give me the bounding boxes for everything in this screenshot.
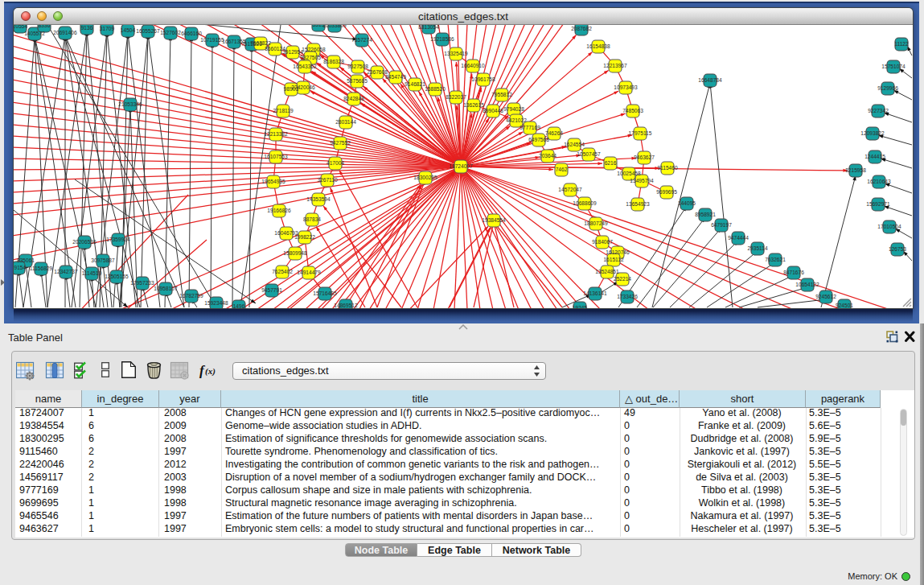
- svg-text:7357274: 7357274: [351, 37, 372, 43]
- svg-text:17359924: 17359924: [106, 237, 130, 242]
- svg-text:11122: 11122: [894, 41, 909, 47]
- svg-text:1733426: 1733426: [617, 294, 638, 299]
- svg-text:9474444: 9474444: [728, 235, 749, 241]
- svg-text:2087682: 2087682: [571, 26, 592, 31]
- svg-text:16648784: 16648784: [698, 77, 722, 83]
- svg-text:15751074: 15751074: [881, 64, 906, 69]
- svg-text:20206536: 20206536: [72, 239, 97, 245]
- svg-text:8322037: 8322037: [446, 94, 466, 100]
- svg-text:9427552: 9427552: [330, 140, 351, 146]
- svg-text:20691406: 20691406: [53, 30, 77, 35]
- svg-text:20554: 20554: [14, 25, 27, 29]
- svg-text:203644: 203644: [539, 153, 556, 159]
- svg-text:6466160: 6466160: [181, 31, 202, 36]
- svg-text:9184067: 9184067: [592, 239, 613, 245]
- svg-text:1615112: 1615112: [603, 257, 624, 262]
- svg-text:16210643: 16210643: [867, 179, 891, 184]
- svg-text:15226058: 15226058: [302, 47, 326, 52]
- svg-text:14572047: 14572047: [558, 187, 582, 192]
- svg-text:1244415: 1244415: [864, 154, 885, 159]
- svg-text:252214: 252214: [614, 276, 631, 282]
- svg-text:8336: 8336: [39, 25, 51, 28]
- svg-text:4421022: 4421022: [506, 117, 527, 123]
- svg-text:5875685: 5875685: [347, 78, 368, 84]
- svg-text:18300295: 18300295: [413, 175, 437, 180]
- svg-text:126753: 126753: [889, 246, 906, 252]
- svg-text:1496: 1496: [233, 303, 245, 308]
- svg-text:15923448: 15923448: [204, 300, 228, 306]
- svg-text:10719155: 10719155: [200, 37, 224, 43]
- svg-text:9777169: 9777169: [519, 125, 540, 130]
- svg-text:9115460: 9115460: [657, 165, 678, 171]
- svg-text:7625402: 7625402: [272, 269, 293, 274]
- svg-text:9457791: 9457791: [261, 287, 282, 293]
- svg-text:19245: 19245: [573, 305, 588, 308]
- svg-text:15716485: 15716485: [313, 290, 337, 296]
- svg-text:7632621: 7632621: [765, 257, 786, 262]
- svg-text:12093822: 12093822: [860, 130, 885, 136]
- svg-text:6216: 6216: [605, 160, 617, 166]
- svg-text:417004: 417004: [326, 160, 344, 166]
- svg-text:9129966: 9129966: [877, 85, 898, 91]
- svg-text:21053346: 21053346: [118, 101, 142, 107]
- svg-text:9794028: 9794028: [503, 106, 524, 112]
- svg-text:31709: 31709: [100, 26, 115, 31]
- svg-text:9227342: 9227342: [868, 108, 889, 113]
- svg-text:13654923: 13654923: [626, 201, 650, 207]
- svg-text:15809948: 15809948: [283, 250, 307, 256]
- svg-text:12213967: 12213967: [603, 63, 627, 68]
- svg-text:17010504: 17010504: [877, 224, 901, 229]
- svg-text:7663822: 7663822: [250, 40, 271, 46]
- svg-text:12342737: 12342737: [54, 269, 78, 274]
- svg-text:16107553: 16107553: [264, 154, 288, 159]
- svg-text:14353594: 14353594: [306, 196, 331, 202]
- svg-text:9146821: 9146821: [405, 81, 425, 87]
- svg-text:9327508: 9327508: [347, 64, 368, 69]
- svg-text:16640910: 16640910: [461, 63, 485, 68]
- svg-text:98903: 98903: [284, 86, 299, 92]
- svg-text:16154838: 16154838: [586, 43, 610, 49]
- svg-text:8813054: 8813054: [418, 25, 439, 30]
- svg-text:14914479: 14914479: [297, 270, 321, 275]
- svg-text:19166826: 19166826: [267, 208, 291, 213]
- svg-text:9327505: 9327505: [300, 55, 321, 60]
- svg-text:887834: 887834: [303, 216, 321, 222]
- svg-text:746264: 746264: [545, 130, 563, 136]
- svg-text:8242848: 8242848: [343, 96, 364, 101]
- svg-text:13495794: 13495794: [630, 178, 654, 183]
- svg-text:10958107: 10958107: [154, 286, 178, 291]
- svg-text:924501: 924501: [836, 303, 853, 308]
- svg-text:39154: 39154: [14, 265, 26, 270]
- svg-text:14869512: 14869512: [334, 303, 358, 308]
- svg-text:1998222: 1998222: [294, 234, 315, 240]
- svg-text:14136141: 14136141: [583, 290, 607, 296]
- svg-text:18724007: 18724007: [449, 163, 473, 169]
- svg-text:17957233: 17957233: [130, 280, 154, 286]
- svg-text:18807249: 18807249: [584, 220, 608, 226]
- svg-text:6497568: 6497568: [528, 137, 549, 142]
- svg-text:10973493: 10973493: [614, 84, 638, 90]
- svg-text:10688609: 10688609: [573, 200, 597, 206]
- svg-text:16120746: 16120746: [606, 249, 630, 255]
- svg-text:(x): (x): [205, 366, 216, 377]
- svg-text:8454749: 8454749: [385, 74, 406, 80]
- svg-text:12213382: 12213382: [264, 131, 288, 137]
- svg-text:12505155: 12505155: [105, 274, 129, 279]
- svg-text:10025458: 10025458: [617, 171, 641, 176]
- svg-text:7955812: 7955812: [491, 92, 512, 97]
- svg-text:2803144: 2803144: [335, 119, 356, 125]
- svg-text:30975887: 30975887: [91, 257, 115, 263]
- svg-text:16782759: 16782759: [179, 293, 203, 299]
- svg-text:7485063: 7485063: [622, 108, 643, 113]
- svg-text:1624554: 1624554: [564, 142, 585, 147]
- svg-text:11156829: 11156829: [30, 266, 53, 271]
- svg-text:1527602: 1527602: [160, 30, 181, 35]
- svg-text:8215958: 8215958: [845, 167, 866, 173]
- svg-text:7462: 7462: [556, 167, 568, 172]
- svg-text:1588520: 1588520: [425, 86, 446, 92]
- svg-text:144095: 144095: [678, 200, 696, 206]
- svg-text:9699695: 9699695: [656, 189, 677, 195]
- svg-text:10507457: 10507457: [577, 151, 601, 157]
- svg-text:19384554: 19384554: [482, 217, 506, 223]
- svg-text:19218586: 19218586: [430, 36, 454, 42]
